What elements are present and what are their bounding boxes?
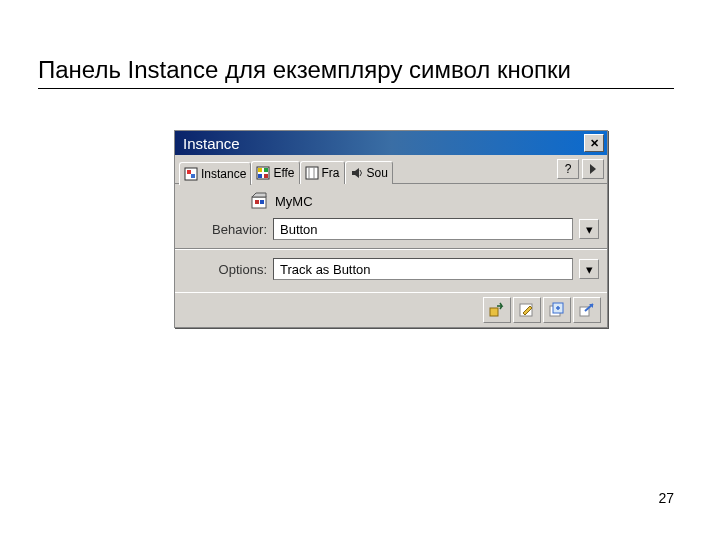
sound-tab-icon (350, 166, 364, 180)
effect-tab-icon (256, 166, 270, 180)
svg-rect-6 (258, 174, 262, 178)
options-combo[interactable]: Track as Button (273, 258, 573, 280)
page-title: Панель Instance для екземпляру символ кн… (38, 56, 674, 89)
duplicate-icon (548, 302, 566, 318)
help-icon: ? (565, 162, 572, 176)
options-label: Options: (183, 262, 273, 277)
pencil-icon (518, 302, 536, 318)
svg-rect-2 (191, 174, 195, 178)
tab-label: Instance (201, 167, 246, 181)
chevron-down-icon: ▾ (586, 222, 593, 237)
svg-marker-12 (590, 164, 596, 174)
duplicate-symbol-button[interactable] (543, 297, 571, 323)
arrow-out-icon (578, 302, 596, 318)
help-button[interactable]: ? (557, 159, 579, 179)
svg-rect-8 (306, 167, 318, 179)
collapse-button[interactable] (582, 159, 604, 179)
tab-sound[interactable]: Sou (345, 161, 393, 184)
svg-rect-17 (490, 308, 498, 316)
close-icon: ✕ (590, 137, 599, 150)
svg-marker-11 (352, 168, 359, 178)
swap-icon (488, 302, 506, 318)
svg-rect-4 (258, 168, 262, 172)
tab-instance[interactable]: Instance (179, 162, 251, 185)
edit-in-place-button[interactable] (573, 297, 601, 323)
chevron-right-icon (589, 163, 597, 175)
svg-rect-16 (260, 200, 264, 204)
svg-rect-7 (264, 174, 268, 178)
tab-label: Sou (367, 166, 388, 180)
panel-title: Instance (183, 135, 240, 152)
tabs-row: Instance Effe Fra Sou ? (175, 155, 607, 184)
chevron-down-icon: ▾ (586, 262, 593, 277)
bottom-toolbar (175, 292, 607, 327)
edit-symbol-button[interactable] (513, 297, 541, 323)
svg-marker-14 (252, 193, 266, 197)
titlebar: Instance ✕ (175, 131, 607, 155)
instance-tab-icon (184, 167, 198, 181)
page-number: 27 (658, 490, 674, 506)
behavior-value: Button (274, 222, 572, 237)
symbol-icon (249, 192, 269, 210)
symbol-row: MyMC (249, 192, 599, 210)
options-value: Track as Button (274, 262, 572, 277)
frame-tab-icon (305, 166, 319, 180)
tab-effect[interactable]: Effe (251, 161, 299, 184)
divider (175, 248, 607, 250)
behavior-label: Behavior: (183, 222, 273, 237)
options-dropdown-button[interactable]: ▾ (579, 259, 599, 279)
swap-symbol-button[interactable] (483, 297, 511, 323)
behavior-row: Behavior: Button ▾ (183, 218, 599, 240)
options-row: Options: Track as Button ▾ (183, 258, 599, 280)
svg-rect-5 (264, 168, 268, 172)
svg-rect-1 (187, 170, 191, 174)
symbol-name: MyMC (275, 194, 313, 209)
tab-frame[interactable]: Fra (300, 161, 345, 184)
tab-label: Effe (273, 166, 294, 180)
behavior-combo[interactable]: Button (273, 218, 573, 240)
panel-body: MyMC Behavior: Button ▾ Options: Track a… (175, 184, 607, 292)
tab-label: Fra (322, 166, 340, 180)
svg-rect-15 (255, 200, 259, 204)
behavior-dropdown-button[interactable]: ▾ (579, 219, 599, 239)
instance-panel: Instance ✕ Instance Effe Fra (174, 130, 608, 328)
close-button[interactable]: ✕ (584, 134, 604, 152)
